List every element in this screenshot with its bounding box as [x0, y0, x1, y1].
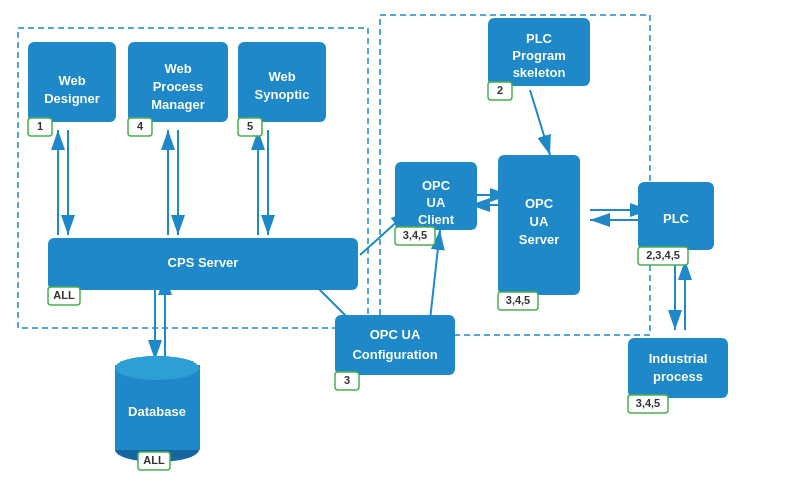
opcuaserver-label2: UA — [530, 214, 549, 229]
arrow-plcprogram-opcuaserver — [530, 90, 550, 155]
industrial-label1: Industrial — [649, 351, 708, 366]
opcuaserver-label3: Server — [519, 232, 559, 247]
opc-ua-config-box — [335, 315, 455, 375]
wpm-badge-text: 4 — [137, 120, 144, 132]
opcuaconfig-badge-text: 3 — [344, 374, 350, 386]
plcprog-label3: skeleton — [513, 65, 566, 80]
web-designer-label2: Designer — [44, 91, 100, 106]
opcuaconfig-label2: Configuration — [352, 347, 437, 362]
plcprog-label1: PLC — [526, 31, 553, 46]
cps-label: CPS Server — [168, 255, 239, 270]
opcuaclient-label3: Client — [418, 212, 455, 227]
opcuaserver-badge-text: 3,4,5 — [506, 294, 530, 306]
plc-badge-text: 2,3,4,5 — [646, 249, 680, 261]
opcuaconfig-label1: OPC UA — [370, 327, 421, 342]
industrial-label2: process — [653, 369, 703, 384]
plcprog-label2: Program — [512, 48, 565, 63]
ws-label2: Synoptic — [255, 87, 310, 102]
opcuaclient-badge-text: 3,4,5 — [403, 229, 427, 241]
web-designer-badge-text: 1 — [37, 120, 43, 132]
plcprog-badge-text: 2 — [497, 84, 503, 96]
industrial-box — [628, 338, 728, 398]
wpm-label2: Process — [153, 79, 204, 94]
web-designer-label: Web — [58, 73, 85, 88]
db-label: Database — [128, 404, 186, 419]
opcuaserver-label1: OPC — [525, 196, 554, 211]
ws-badge-text: 5 — [247, 120, 253, 132]
db-badge-text: ALL — [143, 454, 165, 466]
cps-badge-text: ALL — [53, 289, 75, 301]
industrial-badge-text: 3,4,5 — [636, 397, 660, 409]
ws-label1: Web — [268, 69, 295, 84]
wpm-label3: Manager — [151, 97, 204, 112]
plc-label: PLC — [663, 211, 690, 226]
wpm-label1: Web — [164, 61, 191, 76]
opcuaclient-label2: UA — [427, 195, 446, 210]
db-top2 — [115, 356, 199, 380]
architecture-diagram: Web Designer 1 Web Process Manager 4 Web… — [0, 0, 800, 502]
opcuaclient-label1: OPC — [422, 178, 451, 193]
